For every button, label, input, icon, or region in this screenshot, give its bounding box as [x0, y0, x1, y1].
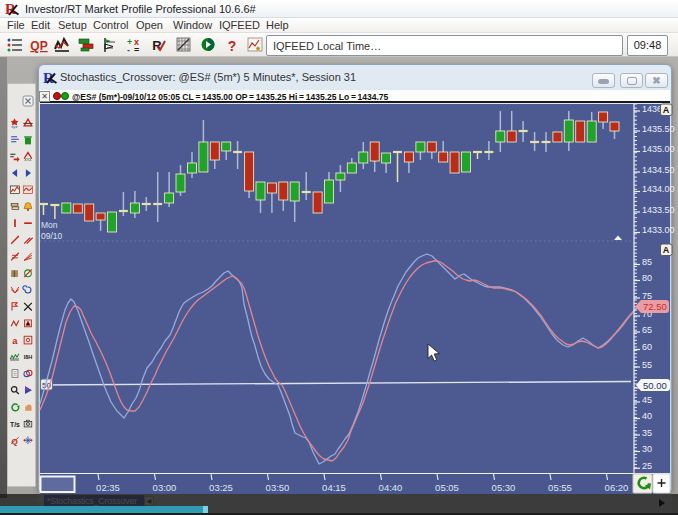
svg-text:A: A — [663, 245, 670, 255]
svg-text:1435.00: 1435.00 — [642, 144, 675, 154]
svg-text:55: 55 — [642, 360, 652, 370]
svg-text:40: 40 — [642, 411, 652, 421]
svg-text:MMM: MMM — [10, 358, 19, 362]
svg-text:=: = — [134, 45, 139, 54]
svg-text:45: 45 — [642, 395, 652, 405]
svg-text:xyz: xyz — [11, 124, 17, 129]
svg-text:A: A — [663, 105, 670, 115]
svg-text:05:55: 05:55 — [548, 482, 572, 493]
svg-text:60: 60 — [642, 342, 652, 352]
svg-text:80: 80 — [642, 273, 652, 283]
svg-text:72.50: 72.50 — [643, 301, 667, 312]
svg-text:03:50: 03:50 — [266, 482, 290, 493]
svg-text:09/10: 09/10 — [41, 231, 63, 241]
svg-text:1434.00: 1434.00 — [642, 184, 675, 194]
svg-text:04:15: 04:15 — [322, 482, 346, 493]
svg-text:XYZ: XYZ — [24, 158, 32, 162]
svg-text:a: a — [12, 336, 18, 346]
svg-text:?: ? — [228, 38, 237, 54]
svg-text:1434.50: 1434.50 — [642, 165, 675, 175]
svg-text:50.00: 50.00 — [643, 380, 667, 391]
svg-text:T/s: T/s — [10, 421, 20, 428]
svg-text:1433.50: 1433.50 — [642, 205, 675, 215]
svg-text:65: 65 — [642, 325, 652, 335]
svg-text:-: - — [127, 45, 130, 54]
svg-text:85: 85 — [642, 257, 652, 267]
svg-text:25: 25 — [642, 461, 652, 471]
svg-text:03:25: 03:25 — [209, 482, 233, 493]
svg-text:35: 35 — [642, 428, 652, 438]
svg-text:1435.50: 1435.50 — [642, 124, 675, 134]
svg-text:03:00: 03:00 — [153, 482, 177, 493]
svg-text:75: 75 — [642, 291, 652, 301]
svg-text:R: R — [152, 38, 162, 53]
svg-text:QP: QP — [30, 39, 47, 53]
svg-text:05:05: 05:05 — [435, 482, 459, 493]
svg-text:1436: 1436 — [642, 104, 662, 114]
svg-text:30: 30 — [642, 444, 652, 454]
svg-text:06:20: 06:20 — [605, 482, 629, 493]
svg-text:05:30: 05:30 — [492, 482, 516, 493]
svg-text:I8H: I8H — [24, 354, 33, 360]
svg-text:02:35: 02:35 — [96, 482, 120, 493]
svg-text:Mon: Mon — [41, 220, 58, 230]
svg-text:04:40: 04:40 — [379, 482, 403, 493]
svg-text:1433.00: 1433.00 — [642, 225, 675, 235]
